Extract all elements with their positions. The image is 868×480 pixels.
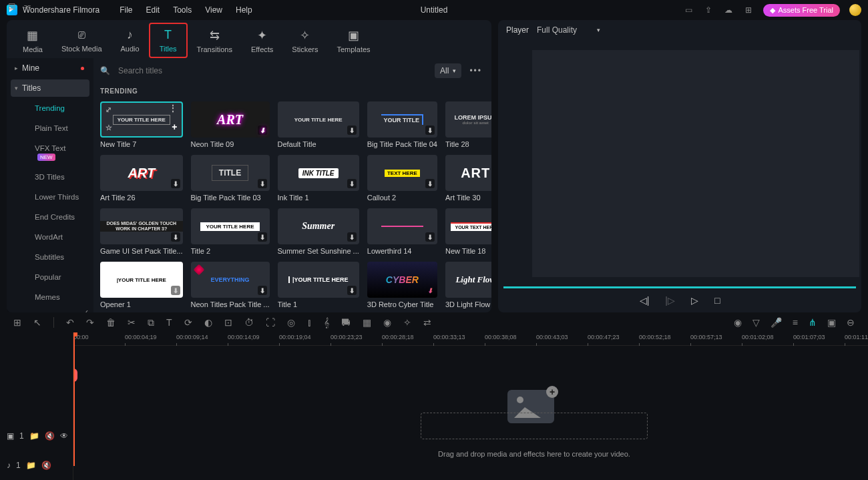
video-track-head[interactable]: ▣1 📁 🔇 👁 bbox=[0, 421, 73, 451]
title-card[interactable]: YOUR TITLE HERE⬇Title 2 bbox=[191, 208, 270, 255]
thumbnail[interactable]: DOES MIDAS' GOLDEN TOUCH WORK IN CHAPTER… bbox=[100, 208, 183, 244]
title-card[interactable]: ART⬇Art Title 30 bbox=[445, 155, 491, 202]
download-icon[interactable]: ⬇ bbox=[347, 126, 357, 135]
more-options[interactable]: ••• bbox=[467, 66, 485, 75]
download-icon[interactable]: ⬇ bbox=[258, 232, 267, 242]
tab-stock-media[interactable]: ⎚Stock Media bbox=[52, 23, 112, 58]
thumbnail[interactable]: LOREM IPSUMdolor sit amet⬇ bbox=[445, 101, 491, 138]
download-icon[interactable]: ⬇ bbox=[258, 179, 267, 188]
sidebar-item-vfx-text[interactable]: VFX TextNEW bbox=[13, 138, 93, 167]
download-icon[interactable]: ⬇ bbox=[171, 232, 180, 242]
timeline-ruler[interactable]: 00:0000:00:04;1900:00:09;1400:00:14;0900… bbox=[73, 332, 868, 346]
thumbnail[interactable]: TITLE⬇ bbox=[191, 155, 270, 191]
sidebar-mine[interactable]: ▸ Mine bbox=[7, 58, 93, 78]
mic-icon[interactable]: 🎤 bbox=[771, 317, 782, 328]
link-icon[interactable]: ⇄ bbox=[423, 317, 431, 328]
crop-icon[interactable]: ⧉ bbox=[148, 317, 154, 328]
prev-frame-button[interactable]: ◁| bbox=[640, 295, 650, 306]
stop-button[interactable]: □ bbox=[714, 295, 720, 306]
quality-dropdown[interactable]: Full Quality ▾ bbox=[537, 25, 600, 35]
tab-audio[interactable]: ♪Audio bbox=[112, 23, 149, 58]
folder-icon[interactable]: 📁 bbox=[29, 431, 39, 441]
download-icon[interactable]: ⬇ bbox=[425, 126, 435, 135]
layout-icon[interactable]: ⊞ bbox=[13, 317, 21, 328]
title-card[interactable]: Light Flow⬇3D Light Flow Title bbox=[445, 262, 491, 308]
thumbnail[interactable]: |YOUR TITLE HERE⬇ bbox=[100, 262, 183, 298]
title-card[interactable]: CYBER⬇3D Retro Cyber Title bbox=[367, 262, 437, 308]
download-icon[interactable]: ⬇ bbox=[171, 179, 180, 188]
magnet-icon[interactable]: ⋔ bbox=[809, 317, 817, 328]
tracks-icon[interactable]: ▤ bbox=[8, 1, 15, 11]
title-card[interactable]: ART⬇Neon Title 09 bbox=[191, 101, 270, 148]
thumbnail[interactable]: ART⬇ bbox=[191, 101, 270, 138]
sidebar-item-wordart[interactable]: WordArt bbox=[13, 227, 93, 247]
title-card[interactable]: DOES MIDAS' GOLDEN TOUCH WORK IN CHAPTER… bbox=[100, 208, 183, 255]
effects-tool-icon[interactable]: ✧ bbox=[403, 317, 411, 328]
delete-icon[interactable]: 🗑 bbox=[106, 317, 116, 328]
download-icon[interactable]: ⬇ bbox=[171, 286, 180, 295]
thumbnail[interactable]: |YOUR TITLE HERE⬇ bbox=[278, 262, 359, 298]
sidebar-item-trending[interactable]: Trending bbox=[13, 98, 93, 118]
next-frame-button[interactable]: |▷ bbox=[665, 295, 675, 306]
thumbnail[interactable]: Summer⬇ bbox=[278, 208, 359, 244]
timeline-tracks[interactable]: 00:0000:00:04;1900:00:09;1400:00:14;0900… bbox=[73, 332, 868, 480]
thumbnail[interactable]: YOUR TITLE HERE⬇ bbox=[191, 208, 270, 244]
filter-all-dropdown[interactable]: All ▾ bbox=[435, 63, 461, 78]
plus-icon[interactable]: + bbox=[172, 122, 177, 132]
title-card[interactable]: TEXT HERE⬇Callout 2 bbox=[367, 155, 437, 202]
screen-icon[interactable]: ▭ bbox=[683, 5, 694, 15]
apps-icon[interactable]: ⊞ bbox=[743, 5, 754, 15]
title-card[interactable]: ART⬇Art Title 26 bbox=[100, 155, 183, 202]
undo-icon[interactable]: ↶ bbox=[66, 317, 74, 328]
thumbnail[interactable]: INK TITLE⬇ bbox=[278, 155, 359, 191]
search-input[interactable] bbox=[116, 62, 429, 79]
title-card[interactable]: INK TITLE⬇Ink Title 1 bbox=[278, 155, 359, 202]
thumbnail[interactable]: ART⬇ bbox=[445, 155, 491, 191]
cut-icon[interactable]: ✂ bbox=[128, 317, 136, 328]
download-icon[interactable]: ⬇ bbox=[425, 179, 435, 188]
title-card[interactable]: ⤢⋮YOUR TITLE HERE☆+New Title 7 bbox=[100, 101, 183, 148]
cursor-icon[interactable]: ↖ bbox=[33, 317, 41, 328]
adjust-icon[interactable]: ⊡ bbox=[224, 317, 232, 328]
thumbnail[interactable]: CYBER⬇ bbox=[367, 262, 437, 298]
sidebar-item-lower-thirds[interactable]: Lower Thirds bbox=[13, 187, 93, 207]
download-icon[interactable]: ⬇ bbox=[258, 286, 267, 295]
sidebar-titles[interactable]: ▾ Titles bbox=[11, 79, 89, 97]
mute-icon[interactable]: 🔇 bbox=[45, 431, 55, 441]
play-button[interactable]: ▷ bbox=[691, 295, 698, 306]
color-icon[interactable]: ◐ bbox=[204, 317, 212, 328]
zoom-out-icon[interactable]: ⊖ bbox=[847, 317, 855, 328]
title-card[interactable]: YOUR TITLE HERE⬇Default Title bbox=[278, 101, 359, 148]
user-avatar[interactable] bbox=[849, 4, 861, 16]
marker-icon[interactable]: ▽ bbox=[752, 317, 760, 328]
sidebar-item-subtitles[interactable]: Subtitles bbox=[13, 247, 93, 267]
download-icon[interactable]: ⬇ bbox=[425, 232, 435, 242]
car-icon[interactable]: ⛟ bbox=[341, 317, 351, 328]
title-card[interactable]: ⬇Lowerthird 14 bbox=[367, 208, 437, 255]
export-icon[interactable]: ⇪ bbox=[703, 5, 714, 15]
sidebar-item-memes[interactable]: Memes bbox=[13, 287, 93, 307]
dropzone[interactable] bbox=[421, 413, 648, 439]
timer-icon[interactable]: ⏱ bbox=[244, 317, 254, 328]
thumbnail[interactable]: ART⬇ bbox=[100, 155, 183, 191]
unlink-icon[interactable]: ⫘ bbox=[23, 1, 31, 11]
menu-file[interactable]: File bbox=[120, 5, 132, 15]
group-icon[interactable]: ▦ bbox=[363, 317, 371, 328]
menu-tools[interactable]: Tools bbox=[173, 5, 192, 15]
tab-stickers[interactable]: ✧Stickers bbox=[282, 23, 327, 58]
cloud-icon[interactable]: ☁ bbox=[723, 5, 734, 15]
sidebar-item-3d-titles[interactable]: 3D Titles bbox=[13, 167, 93, 187]
menu-edit[interactable]: Edit bbox=[146, 5, 160, 15]
audio-track-head[interactable]: ♪1 📁 🔇 bbox=[0, 451, 73, 480]
title-card[interactable]: LOREM IPSUMdolor sit amet⬇Title 28 bbox=[445, 101, 491, 148]
thumbnail[interactable]: YOUR TITLE⬇ bbox=[367, 101, 437, 138]
text-icon[interactable]: T bbox=[166, 317, 172, 328]
thumbnail[interactable]: ⬇ bbox=[367, 208, 437, 244]
mute-icon[interactable]: 🔇 bbox=[41, 461, 51, 470]
focus-icon[interactable]: ⛶ bbox=[266, 317, 275, 328]
thumbnail[interactable]: YOUR TEXT HERE⬇ bbox=[445, 208, 491, 244]
title-card[interactable]: EVERYTHING⬇Neon Titles Pack Title ... bbox=[191, 262, 270, 308]
title-card[interactable]: |YOUR TITLE HERE⬇Opener 1 bbox=[100, 262, 183, 308]
title-card[interactable]: Summer⬇Summer Set Sunshine ... bbox=[278, 208, 359, 255]
tab-transitions[interactable]: ⇆Transitions bbox=[188, 23, 242, 58]
